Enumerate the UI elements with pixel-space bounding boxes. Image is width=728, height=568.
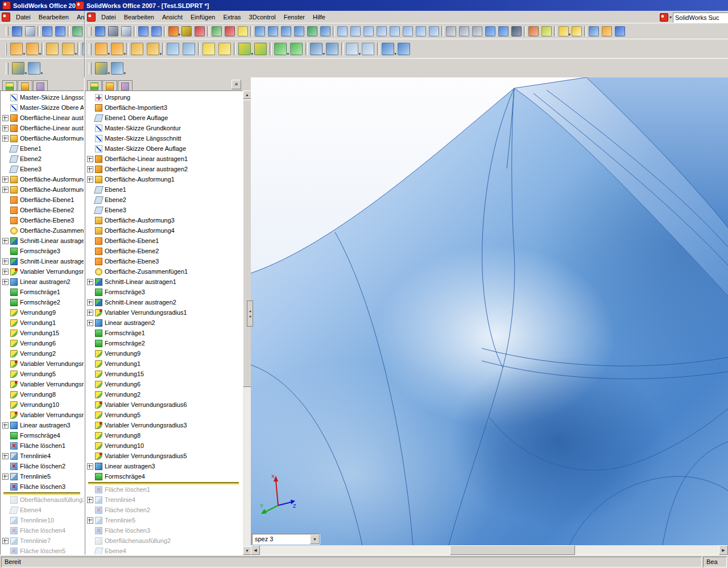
linear-pattern-button[interactable]: [380, 42, 396, 57]
feature-item[interactable]: Verrundung9: [2, 307, 84, 318]
feature-item[interactable]: Schnitt-Linear austragen1: [2, 236, 84, 246]
scrollbar-thumb[interactable]: [450, 545, 575, 555]
thicken-button[interactable]: [217, 42, 233, 57]
feature-item[interactable]: Verrundung8: [2, 389, 84, 400]
feature-item[interactable]: Master-Skizze Obere Auflage: [2, 102, 84, 113]
search-input[interactable]: SolidWorks Suc: [673, 13, 728, 23]
feature-item[interactable]: Ebene2: [2, 154, 84, 164]
menu-item[interactable]: Bearbeiten: [35, 12, 73, 22]
feature-item[interactable]: Formschräge1: [2, 287, 84, 297]
scroll-right-arrow-icon[interactable]: ▶: [719, 545, 728, 555]
surface-sweep-button[interactable]: [44, 42, 60, 57]
expand-toggle[interactable]: [2, 238, 9, 244]
feature-item[interactable]: Formschräge3: [87, 287, 242, 297]
print-preview-button[interactable]: [119, 25, 133, 38]
feature-item[interactable]: Formschräge2: [2, 297, 84, 307]
surface-loft-button[interactable]: [145, 42, 161, 57]
expand-toggle[interactable]: [87, 320, 93, 326]
expand-toggle[interactable]: [2, 269, 9, 275]
feature-item[interactable]: Linear austragen2: [87, 318, 242, 328]
reference-plane-button[interactable]: [344, 42, 360, 57]
menu-item[interactable]: Datei: [12, 12, 35, 22]
feature-item[interactable]: Variabler Verrundungsradius3: [2, 379, 84, 389]
zoom-in-out-button[interactable]: [279, 25, 292, 38]
ball-button[interactable]: [570, 25, 583, 38]
scroll-down-arrow-icon[interactable]: ▼: [243, 546, 251, 555]
cube-3d-button[interactable]: [613, 25, 626, 38]
shaded-with-edges-button[interactable]: [483, 25, 497, 38]
project-curve-button[interactable]: [324, 42, 340, 57]
menu-item[interactable]: Ansicht: [158, 12, 187, 22]
feature-item[interactable]: Master-Skizze Obere Auflage: [87, 143, 242, 154]
feature-item[interactable]: Oberfläche-Linear austragen1: [87, 154, 242, 164]
feature-item[interactable]: [2, 492, 84, 495]
expand-toggle[interactable]: [87, 517, 93, 524]
hidden-lines-visible-button[interactable]: [457, 25, 470, 38]
feature-item[interactable]: Oberfläche-Ebene3: [87, 256, 242, 266]
lamp-button[interactable]: [236, 25, 249, 38]
view-left-button[interactable]: [362, 25, 375, 38]
feature-item[interactable]: Oberfläche-Ebene2: [87, 246, 242, 256]
feature-item[interactable]: Fläche löschen1: [87, 484, 242, 495]
feature-item[interactable]: Master-Skizze Längsschnitt: [2, 92, 84, 102]
feature-item[interactable]: Verrundung5: [2, 369, 84, 379]
feature-item[interactable]: Variabler Verrundungsradius5: [87, 451, 242, 461]
feature-item[interactable]: Variabler Verrundungsradius6: [2, 359, 84, 369]
feature-item[interactable]: Fläche löschen4: [2, 525, 84, 536]
shaded-button[interactable]: [497, 25, 510, 38]
feature-item[interactable]: Linear austragen3: [2, 420, 84, 430]
pan-button[interactable]: [318, 25, 332, 38]
feature-item[interactable]: Oberfläche-Ausformung3: [87, 215, 242, 225]
feature-item[interactable]: Oberfläche-Linear austragen2: [2, 123, 84, 133]
redo-button[interactable]: [150, 25, 163, 38]
feature-item[interactable]: Formschräge4: [2, 430, 84, 441]
feature-item[interactable]: Verrundung1: [87, 359, 242, 369]
propertymanager-tab[interactable]: [102, 80, 117, 92]
feature-item[interactable]: Oberfläche-Ebene2: [2, 205, 84, 215]
expand-toggle[interactable]: [2, 115, 9, 121]
standard-views-button[interactable]: [557, 25, 570, 38]
feature-item[interactable]: Master-Skizze Grundkontur: [87, 123, 242, 133]
smart-dimension-button[interactable]: [180, 25, 193, 38]
view-front-button[interactable]: [336, 25, 349, 38]
expand-toggle[interactable]: [87, 176, 93, 183]
draft-button[interactable]: [272, 42, 288, 57]
model-3d-view[interactable]: [251, 77, 728, 545]
feature-item[interactable]: Verrundung6: [87, 379, 242, 389]
expand-toggle[interactable]: [2, 258, 9, 265]
feature-item[interactable]: Ebene4: [87, 546, 242, 555]
expand-toggle[interactable]: [2, 422, 9, 429]
print-button[interactable]: [106, 25, 119, 38]
undo-button[interactable]: [136, 25, 150, 38]
feature-item[interactable]: Oberflächenausfüllung2: [2, 495, 84, 505]
feature-item[interactable]: Verrundung10: [87, 441, 242, 451]
feature-item[interactable]: Ebene3: [87, 205, 242, 215]
feature-item[interactable]: Variabler Verrundungsradius5: [2, 410, 84, 420]
view-back-button[interactable]: [349, 25, 362, 38]
chamfer-button[interactable]: [253, 42, 268, 57]
selection-filter-button[interactable]: [10, 61, 26, 76]
view-bottom-button[interactable]: [401, 25, 414, 38]
feature-item[interactable]: Oberfläche-Ausformung4: [2, 184, 84, 195]
expand-toggle[interactable]: [2, 135, 9, 142]
menu-item[interactable]: Einfügen: [187, 12, 219, 22]
feature-item[interactable]: Linear austragen3: [87, 461, 242, 471]
feature-item[interactable]: Verrundung2: [87, 389, 242, 400]
expand-toggle[interactable]: [87, 463, 93, 470]
feature-item[interactable]: Ursprung: [87, 92, 242, 102]
feature-item[interactable]: Fläche löschen2: [2, 461, 84, 471]
curvature-button[interactable]: [540, 25, 553, 38]
scrollbar-thumb[interactable]: [243, 100, 251, 387]
surface-sweep-button[interactable]: [129, 42, 145, 57]
wireframe-button[interactable]: [444, 25, 457, 38]
print-preview-button[interactable]: [23, 25, 36, 38]
feature-item[interactable]: Ebene3: [2, 164, 84, 174]
reference-axis-button[interactable]: [360, 42, 376, 57]
feature-item[interactable]: Schnitt-Linear austragen2: [87, 297, 242, 307]
scroll-left-arrow-icon[interactable]: ◀: [251, 545, 260, 555]
fillet-button[interactable]: [237, 42, 253, 57]
chevron-down-icon[interactable]: ▾: [669, 15, 672, 20]
rotate-view-button[interactable]: [305, 25, 318, 38]
feature-item[interactable]: Ebene2: [87, 195, 242, 205]
feature-item[interactable]: Oberfläche-Ebene1: [87, 236, 242, 246]
